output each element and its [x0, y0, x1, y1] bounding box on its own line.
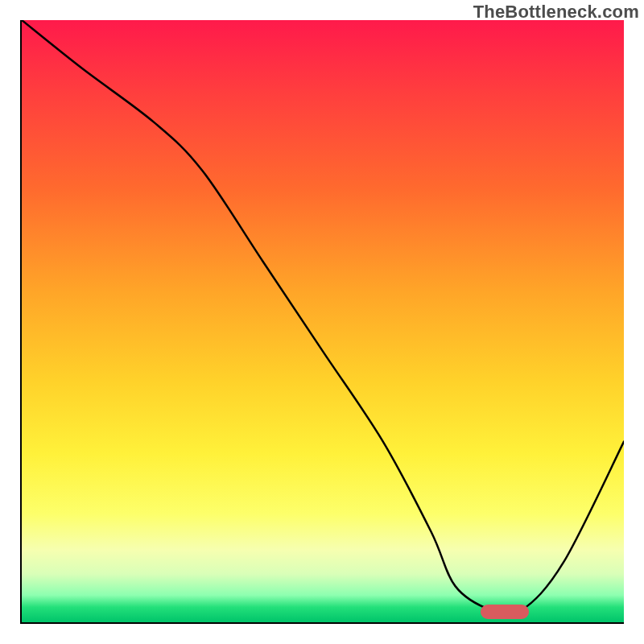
bottleneck-curve-path	[22, 20, 624, 615]
watermark-text: TheBottleneck.com	[473, 2, 639, 23]
plot-area	[20, 20, 624, 624]
bottleneck-chart: TheBottleneck.com	[0, 0, 644, 644]
optimal-marker	[481, 605, 529, 619]
line-series	[22, 20, 624, 622]
